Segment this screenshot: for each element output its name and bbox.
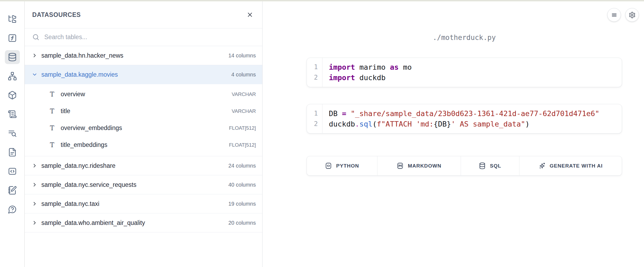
table-row[interactable]: sample_data.who.ambient_air_quality20 co… <box>25 213 262 232</box>
sparkles-icon <box>539 162 546 169</box>
add-sql-cell-button[interactable]: SQL <box>461 156 519 175</box>
column-row[interactable]: ToverviewVARCHAR <box>25 86 262 103</box>
chevron-right-icon <box>32 220 38 226</box>
code-token: = <box>342 109 346 118</box>
code-token: marimo <box>355 63 390 71</box>
code-editor[interactable]: DB = "_share/sample_data/23b0d623-1361-4… <box>322 104 605 133</box>
code-line: duckdb.sql(f"ATTACH 'md:{DB}' AS sample_… <box>329 119 599 129</box>
code-token: ( <box>373 120 377 128</box>
add-sql-label: SQL <box>490 163 501 169</box>
datasources-tree: sample_data.hn.hacker_news14 columnssamp… <box>25 46 262 267</box>
notebook-filename[interactable]: ./motherduck.py <box>307 34 622 42</box>
add-cell-bar: PYTHON MARKDOWN SQL GENERATE WITH AI <box>307 156 622 176</box>
add-markdown-cell-button[interactable]: MARKDOWN <box>377 156 461 175</box>
database-icon <box>479 162 486 169</box>
table-column-count: 24 columns <box>228 163 256 169</box>
function-square-icon <box>8 34 17 43</box>
search-input[interactable] <box>44 34 255 41</box>
sidebar-item-dependencies[interactable] <box>5 69 20 83</box>
table-name: sample_data.who.ambient_air_quality <box>41 219 145 227</box>
search-bar <box>25 28 262 46</box>
code-cell[interactable]: 12import marimo as moimport duckdb <box>307 58 622 87</box>
sidebar-item-help[interactable] <box>5 202 20 216</box>
line-number-gutter: 12 <box>307 58 322 87</box>
sidebar-item-scratchpad[interactable] <box>5 183 20 197</box>
notebook-content: ./motherduck.py 12import marimo as moimp… <box>307 34 622 176</box>
notebook-menu-button[interactable] <box>607 8 621 22</box>
column-name: title <box>61 107 70 115</box>
chevron-right-icon <box>32 53 38 58</box>
document-icon <box>8 148 17 157</box>
column-type: FLOAT[512] <box>229 142 256 148</box>
code-token: ) <box>525 120 530 128</box>
code-token <box>346 109 351 118</box>
table-name: sample_data.nyc.service_requests <box>41 181 136 188</box>
close-panel-button[interactable] <box>244 9 256 21</box>
column-type: VARCHAR <box>232 108 256 114</box>
table-row[interactable]: sample_data.nyc.rideshare24 columns <box>25 156 262 175</box>
folder-tree-icon <box>8 14 17 24</box>
marimo-app: DATASOURCES sample_data.hn.hacker_news14… <box>0 1 644 267</box>
sidebar-item-outline[interactable] <box>5 107 20 121</box>
table-row[interactable]: sample_data.nyc.service_requests40 colum… <box>25 175 262 194</box>
settings-button[interactable] <box>625 8 639 22</box>
table-name: sample_data.nyc.taxi <box>41 200 99 207</box>
code-token: duckdb <box>329 120 355 128</box>
code-token: mo <box>399 63 412 71</box>
notebook-pen-icon <box>8 186 17 195</box>
sidebar-item-logs[interactable] <box>5 126 20 140</box>
line-number: 2 <box>307 119 318 129</box>
sidebar-item-datasources[interactable] <box>5 50 20 64</box>
line-number: 1 <box>307 108 318 119</box>
code-token: DB <box>329 109 342 118</box>
text-type-icon: T <box>49 124 55 132</box>
table-name: sample_data.nyc.rideshare <box>41 162 115 169</box>
list-search-icon <box>8 129 17 138</box>
sidebar-item-snippets[interactable] <box>5 164 20 178</box>
sidebar-item-file-explorer[interactable] <box>5 12 20 26</box>
table-name: sample_data.hn.hacker_news <box>41 52 123 59</box>
table-name: sample_data.kaggle.movies <box>41 71 118 78</box>
code-token: duckdb <box>355 73 386 82</box>
line-number: 2 <box>307 72 318 83</box>
table-row[interactable]: sample_data.kaggle.movies4 columns <box>25 65 262 84</box>
code-line: import duckdb <box>329 72 412 83</box>
column-row[interactable]: TtitleVARCHAR <box>25 103 262 120</box>
column-type: FLOAT[512] <box>229 125 256 131</box>
code-cell[interactable]: 12DB = "_share/sample_data/23b0d623-1361… <box>307 104 622 134</box>
cells-container: 12import marimo as moimport duckdb12DB =… <box>307 58 622 134</box>
chevron-right-icon <box>32 201 38 207</box>
page-title: DATASOURCES <box>32 11 81 18</box>
table-row[interactable]: sample_data.hn.hacker_news14 columns <box>25 46 262 65</box>
code-token: . <box>355 120 359 128</box>
column-row[interactable]: Ttitle_embeddingsFLOAT[512] <box>25 136 262 153</box>
code-square-icon <box>325 162 332 169</box>
table-row[interactable]: sample_data.nyc.taxi19 columns <box>25 194 262 213</box>
top-right-actions <box>607 8 639 22</box>
generate-with-ai-button[interactable]: GENERATE WITH AI <box>519 156 622 175</box>
database-icon <box>8 53 17 62</box>
code-token: sql <box>359 120 373 128</box>
search-icon <box>32 34 39 41</box>
table-column-count: 40 columns <box>228 182 256 188</box>
table-column-count: 4 columns <box>231 72 256 78</box>
column-row[interactable]: Toverview_embeddingsFLOAT[512] <box>25 120 262 136</box>
table-column-count: 19 columns <box>228 201 256 207</box>
line-number: 1 <box>307 62 318 72</box>
code-token: "_share/sample_data/23b0d623-1361-421d-a… <box>351 109 599 118</box>
text-type-icon: T <box>49 107 55 115</box>
hamburger-menu-icon <box>611 12 618 18</box>
sidebar-item-documentation[interactable] <box>5 145 20 159</box>
markdown-icon <box>396 162 404 169</box>
sidebar-item-variables[interactable] <box>5 31 20 45</box>
sidebar-item-packages[interactable] <box>5 88 20 102</box>
add-markdown-label: MARKDOWN <box>408 163 441 169</box>
notebook-main-area: ./motherduck.py 12import marimo as moimp… <box>263 1 644 267</box>
code-editor[interactable]: import marimo as moimport duckdb <box>322 58 417 87</box>
chat-question-icon <box>8 205 17 214</box>
dependency-graph-icon <box>8 72 17 81</box>
code-token: ' AS sample_data" <box>451 120 525 128</box>
column-name: overview_embeddings <box>61 124 122 132</box>
code-token: {DB} <box>434 120 451 128</box>
add-python-cell-button[interactable]: PYTHON <box>307 156 377 175</box>
